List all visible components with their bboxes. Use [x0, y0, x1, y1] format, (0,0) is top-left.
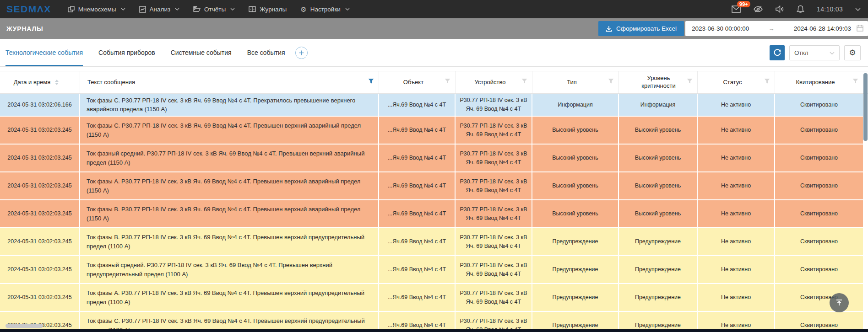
- menu-item-reports[interactable]: Отчёты: [193, 6, 235, 13]
- table-row[interactable]: 2024-05-31 03:02:03.245Ток фазы С. Р30.7…: [0, 117, 868, 145]
- cell-object: ...Яч.69 Ввод №4 с 4Т: [379, 256, 456, 283]
- cell-device: Р30.77 РП-18 IV сек. 3 кВ Яч. 69 Ввод №4…: [456, 256, 532, 283]
- table-settings-button[interactable]: ⚙: [844, 45, 861, 60]
- user-menu-button[interactable]: [855, 8, 861, 11]
- cell-message: Ток фазы А. Р30.77 РП-18 IV сек. 3 кВ Яч…: [80, 172, 379, 199]
- messages-button[interactable]: 99+: [732, 5, 741, 13]
- chevron-down-icon: [830, 49, 835, 56]
- cell-datetime: 2024-05-31 03:02:03.245: [0, 228, 80, 255]
- page-title: ЖУРНАЛЫ: [6, 25, 43, 32]
- sound-mode-select[interactable]: Откл: [789, 45, 840, 60]
- cell-datetime: 2024-05-31 03:02:06.166: [0, 94, 80, 116]
- column-header-criticality[interactable]: Уровень критичности: [619, 71, 698, 93]
- main-menu: Мнемосхемы Анализ Отчёты Журналы ⚙ Настр: [68, 6, 350, 13]
- table-row[interactable]: 2024-05-31 03:02:03.245Ток фазный средни…: [0, 145, 868, 172]
- journals-icon: [249, 6, 256, 12]
- column-header-ack[interactable]: Квитирование: [775, 71, 863, 93]
- tab-all-events[interactable]: Все события: [247, 39, 285, 66]
- visibility-off-button[interactable]: [753, 5, 763, 13]
- table-row[interactable]: 2024-05-31 03:02:03.245Ток фазы В. Р30.7…: [0, 200, 868, 228]
- filter-icon[interactable]: [687, 79, 693, 86]
- column-header-datetime[interactable]: Дата и время: [0, 71, 80, 93]
- column-header-status[interactable]: Статус: [698, 71, 775, 93]
- column-header-message[interactable]: Текст сообщения: [80, 71, 379, 93]
- date-from-value[interactable]: 2023-06-30 00:00:00: [692, 25, 749, 32]
- cell-type: Высокий уровень: [532, 200, 619, 227]
- date-range-picker[interactable]: 2023-06-30 00:00:00 → 2024-06-28 14:09:0…: [685, 21, 868, 36]
- filter-icon-active[interactable]: [368, 79, 374, 86]
- filter-icon[interactable]: [764, 79, 770, 86]
- menu-label: Отчёты: [204, 6, 226, 13]
- add-tab-button[interactable]: [295, 47, 308, 59]
- cell-device: Р30.77 РП-18 IV сек. 3 кВ Яч. 69 Ввод №4…: [456, 94, 532, 116]
- menu-item-mnemoschemes[interactable]: Мнемосхемы: [68, 6, 125, 13]
- cell-level: Предупреждение: [619, 256, 698, 283]
- page-header-bar: ЖУРНАЛЫ Сформировать Excel 2023-06-30 00…: [0, 18, 868, 39]
- cell-status: Не активно: [698, 145, 775, 171]
- menu-item-analysis[interactable]: Анализ: [139, 6, 180, 13]
- cell-type: Предупреждение: [532, 284, 619, 311]
- sound-mode-value: Откл: [794, 49, 808, 56]
- cell-status: Не активно: [698, 228, 775, 255]
- cell-level: Высокий уровень: [619, 117, 698, 144]
- cell-message: Ток фазы В. Р30.77 РП-18 IV сек. 3 кВ Яч…: [80, 228, 379, 255]
- table-row[interactable]: 2024-05-31 03:02:06.166Ток фазы С. Р30.7…: [0, 94, 868, 117]
- journal-tabs-bar: Технологические события События приборов…: [0, 39, 868, 67]
- bell-icon: [797, 5, 804, 13]
- column-label: Текст сообщения: [87, 79, 135, 86]
- notifications-button[interactable]: [797, 5, 804, 13]
- tab-device-events[interactable]: События приборов: [98, 39, 155, 66]
- cell-type: Высокий уровень: [532, 172, 619, 199]
- plus-icon: [299, 50, 304, 55]
- menu-label: Настройки: [310, 6, 341, 13]
- refresh-icon: [773, 48, 781, 57]
- vertical-scrollbar-thumb[interactable]: [863, 73, 868, 141]
- chevron-down-icon: [230, 8, 235, 11]
- menu-item-settings[interactable]: ⚙ Настройки: [300, 6, 350, 13]
- scroll-to-top-button[interactable]: [830, 293, 849, 312]
- column-label: Устройство: [474, 79, 505, 86]
- cell-datetime: 2024-05-31 03:02:03.245: [0, 145, 80, 171]
- refresh-button[interactable]: [770, 45, 785, 60]
- filter-icon[interactable]: [445, 79, 450, 86]
- top-navigation-bar: SEDMΛX Мнемосхемы Анализ Отчёты: [0, 0, 868, 18]
- chevron-down-icon: [175, 8, 179, 11]
- cell-status: Не активно: [698, 256, 775, 283]
- table-row[interactable]: 2024-05-31 03:02:03.245Ток фазы В. Р30.7…: [0, 228, 868, 256]
- tab-technological-events[interactable]: Технологические события: [5, 39, 83, 66]
- date-to-value[interactable]: 2024-06-28 14:09:03: [794, 25, 851, 32]
- settings-gear-icon: ⚙: [300, 6, 306, 13]
- reports-icon: [193, 6, 201, 12]
- cell-object: ...Яч.69 Ввод №4 с 4Т: [379, 117, 456, 144]
- sort-icon[interactable]: [55, 80, 59, 85]
- filter-icon[interactable]: [608, 79, 614, 86]
- column-label: Объект: [403, 79, 423, 86]
- cell-object: ...Яч.69 Ввод №4 с 4Т: [379, 94, 456, 116]
- cell-level: Высокий уровень: [619, 200, 698, 227]
- cell-datetime: 2024-05-31 03:02:03.245: [0, 256, 80, 283]
- cell-type: Информация: [532, 94, 619, 116]
- table-row[interactable]: 2024-05-31 03:02:03.245Ток фазы А. Р30.7…: [0, 172, 868, 200]
- chevron-down-icon: [345, 8, 350, 11]
- speaker-icon: [776, 5, 784, 13]
- tab-system-events[interactable]: Системные события: [171, 39, 232, 66]
- column-header-type[interactable]: Тип: [532, 71, 619, 93]
- cell-ack: Сквитировано: [775, 256, 863, 283]
- export-excel-button[interactable]: Сформировать Excel: [598, 21, 684, 36]
- menu-item-journals[interactable]: Журналы: [249, 6, 287, 13]
- sound-button[interactable]: [776, 5, 784, 13]
- filter-icon[interactable]: [521, 79, 527, 86]
- table-row[interactable]: 2024-05-31 03:02:03.245Ток фазы А. Р30.7…: [0, 284, 868, 312]
- cell-status: Не активно: [698, 200, 775, 227]
- cell-device: Р30.77 РП-18 IV сек. 3 кВ Яч. 69 Ввод №4…: [456, 117, 532, 144]
- cell-message: Ток фазы С. Р30.77 РП-18 IV сек. 3 кВ Яч…: [80, 117, 379, 144]
- cell-message: Ток фазы С. Р30.77 РП-18 IV сек. 3 кВ Яч…: [80, 94, 379, 116]
- column-header-device[interactable]: Устройство: [456, 71, 532, 93]
- column-header-object[interactable]: Объект: [379, 71, 456, 93]
- journal-tabs: Технологические события События приборов…: [5, 39, 285, 66]
- filter-icon[interactable]: [852, 79, 858, 86]
- cell-ack: Сквитировано: [775, 145, 863, 171]
- column-label: Квитирование: [796, 79, 835, 86]
- table-row[interactable]: 2024-05-31 03:02:03.245Ток фазный средни…: [0, 256, 868, 284]
- horizontal-scrollbar-thumb[interactable]: [5, 324, 43, 328]
